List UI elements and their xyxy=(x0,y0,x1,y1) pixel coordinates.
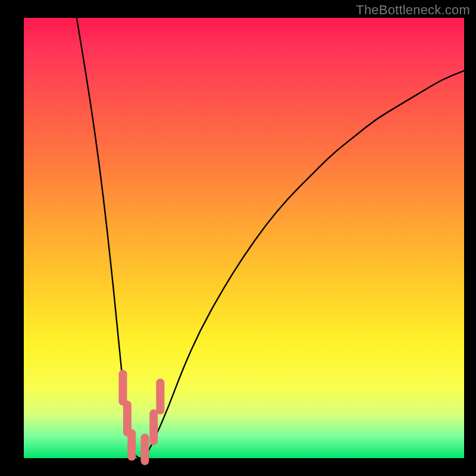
curve-markers xyxy=(119,369,165,465)
curve-marker xyxy=(149,409,158,445)
watermark-text: TheBottleneck.com xyxy=(356,2,470,18)
plot-area xyxy=(24,18,464,458)
curve-marker xyxy=(141,434,149,465)
curve-marker xyxy=(156,378,164,414)
chart-frame: TheBottleneck.com xyxy=(0,0,476,476)
curve-svg xyxy=(24,18,464,458)
bottleneck-curve xyxy=(77,18,464,458)
curve-marker xyxy=(127,429,136,461)
curve-marker xyxy=(119,369,127,405)
